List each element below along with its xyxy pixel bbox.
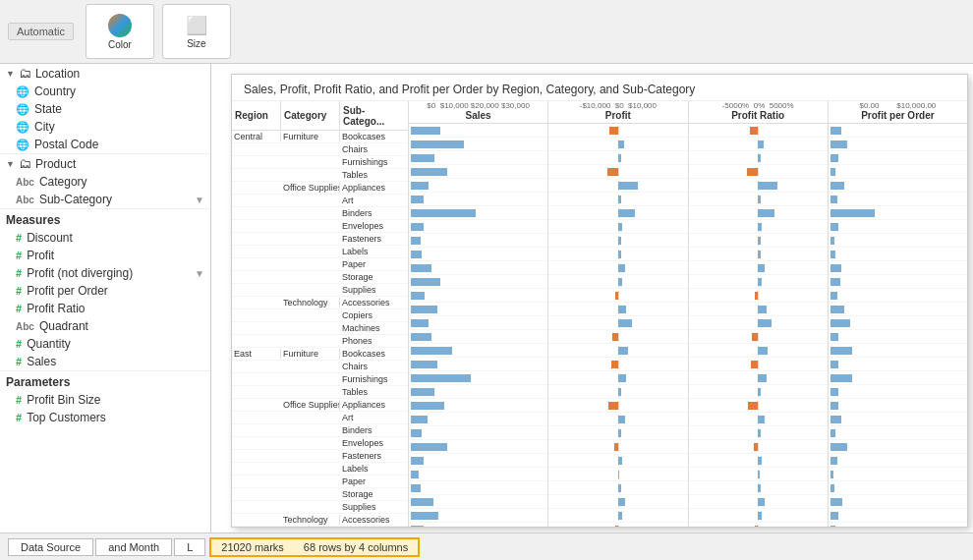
ppo-bar <box>830 402 838 410</box>
profit-bar <box>618 374 626 382</box>
sales-bar <box>411 127 440 135</box>
sales-bar <box>411 292 425 300</box>
bar-row <box>548 344 687 358</box>
sidebar-item-quadrant[interactable]: Abc Quadrant <box>0 317 210 335</box>
bar-row <box>829 495 967 509</box>
cell-subcategory: Machines <box>340 323 404 333</box>
bar-row <box>409 481 547 495</box>
bar-row <box>689 385 828 399</box>
sidebar-section-location[interactable]: ▼ 🗂 Location <box>0 64 210 83</box>
size-icon: ⬜ <box>186 15 207 36</box>
sidebar-item-top-customers[interactable]: # Top Customers <box>0 409 210 426</box>
sales-bar <box>411 319 429 327</box>
globe-icon: 🌐 <box>16 85 29 98</box>
sales-bar <box>411 512 438 520</box>
month-tab[interactable]: and Month <box>95 538 172 556</box>
cell-subcategory: Envelopes <box>340 438 404 448</box>
profit-ratio-bar <box>758 471 759 478</box>
sidebar-item-discount[interactable]: # Discount <box>0 229 210 247</box>
profit-ratio-bar <box>758 237 761 245</box>
sheet-tab[interactable]: L <box>174 538 205 556</box>
bar-row <box>829 440 967 454</box>
hash-icon-pr: # <box>16 303 22 314</box>
sidebar-product-label: Product <box>35 157 76 171</box>
hash-icon-qty: # <box>16 338 22 350</box>
bar-row <box>409 330 547 344</box>
discount-label: Discount <box>27 231 73 245</box>
table-row: Technology Accessories <box>232 514 408 527</box>
sidebar-item-city[interactable]: 🌐 City <box>0 118 210 136</box>
size-button[interactable]: ⬜ Size <box>162 4 231 59</box>
profit-bar <box>608 402 618 410</box>
bar-row <box>689 124 828 138</box>
sidebar-item-state[interactable]: 🌐 State <box>0 100 210 118</box>
cell-subcategory: Binders <box>340 425 404 435</box>
sidebar-item-sub-category[interactable]: Abc Sub-Category ▼ <box>0 191 210 208</box>
main-content: ▼ 🗂 Location 🌐 Country 🌐 State 🌐 City 🌐 … <box>0 64 973 532</box>
bar-row <box>689 523 828 527</box>
sidebar-location-label: Location <box>35 67 80 81</box>
profit-ratio-label: Profit Ratio <box>27 302 85 315</box>
profit-col-label: Profit <box>605 110 631 121</box>
sidebar-section-product[interactable]: ▼ 🗂 Product <box>0 154 210 173</box>
bar-row <box>548 316 687 330</box>
sidebar-item-profit-ratio[interactable]: # Profit Ratio <box>0 300 210 317</box>
cell-subcategory: Accessories <box>340 298 404 308</box>
automatic-dropdown[interactable]: Automatic <box>8 23 74 40</box>
sidebar-item-profit-per-order[interactable]: # Profit per Order <box>0 282 210 300</box>
ppo-bar <box>830 196 837 203</box>
bar-row <box>548 413 687 426</box>
cell-subcategory: Fasteners <box>340 451 404 461</box>
profit-ratio-bar <box>758 457 762 465</box>
bar-row <box>409 165 547 179</box>
sidebar-item-quantity[interactable]: # Quantity <box>0 335 210 353</box>
profit-ratio-bar <box>750 127 758 135</box>
cell-subcategory: Chairs <box>340 144 404 154</box>
profit-bar <box>618 223 622 231</box>
profit-bar <box>615 526 618 528</box>
bar-row <box>409 509 547 523</box>
bar-row <box>689 275 828 289</box>
bar-row <box>409 454 547 468</box>
ppo-bar <box>830 471 833 478</box>
chart-header: Region Category Sub-Catego... <box>232 101 408 131</box>
sidebar-item-profit[interactable]: # Profit <box>0 247 210 264</box>
sales-bar <box>411 264 431 272</box>
profit-ratio-bar <box>752 333 758 341</box>
sidebar-item-category[interactable]: Abc Category <box>0 173 210 191</box>
bar-row <box>409 468 547 481</box>
bar-row <box>829 206 967 220</box>
expand-icon: ▼ <box>6 69 15 79</box>
sidebar-item-postal-code[interactable]: 🌐 Postal Code <box>0 136 210 153</box>
bar-row <box>689 454 828 468</box>
globe-icon-city: 🌐 <box>16 121 29 134</box>
profit-ratio-bar <box>758 498 765 506</box>
table-row: East Furniture Bookcases <box>232 348 408 361</box>
profit-bar <box>618 140 624 148</box>
profit-ratio-bar <box>758 374 766 382</box>
cell-subcategory: Labels <box>340 247 404 256</box>
profit-ratio-bar <box>758 416 765 423</box>
bar-row <box>409 151 547 165</box>
bar-row <box>829 275 967 289</box>
color-button[interactable]: Color <box>86 4 154 59</box>
sidebar-item-profit-bin-size[interactable]: # Profit Bin Size <box>0 391 210 409</box>
sidebar-item-profit-not-diverging[interactable]: # Profit (not diverging) ▼ <box>0 264 210 282</box>
table-row: Tables <box>232 386 408 399</box>
bar-row <box>689 248 828 261</box>
sidebar-item-country[interactable]: 🌐 Country <box>0 83 210 100</box>
bar-row <box>689 344 828 358</box>
ppo-bar <box>830 127 841 135</box>
sidebar-item-sales[interactable]: # Sales <box>0 353 210 370</box>
bar-row <box>548 261 687 275</box>
bar-row <box>548 303 687 316</box>
sales-bar <box>411 209 476 217</box>
bar-row <box>689 206 828 220</box>
bar-row <box>689 316 828 330</box>
profit-axis-labels: -$10,000 $0 $10,000 <box>580 101 657 110</box>
profit-ratio-bar <box>758 278 762 286</box>
marks-count: 21020 marks <box>221 541 284 553</box>
data-source-tab[interactable]: Data Source <box>8 538 93 556</box>
bar-row <box>409 399 547 413</box>
ppo-bar <box>830 457 837 465</box>
